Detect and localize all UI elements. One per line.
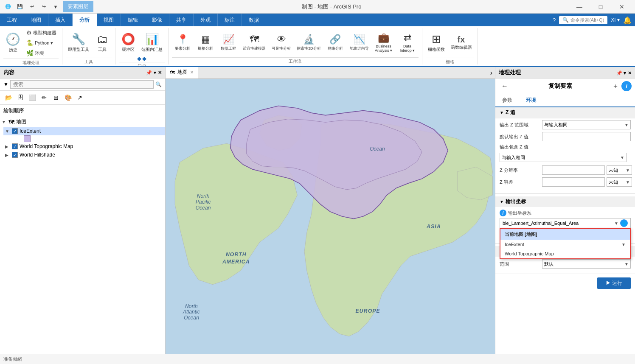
- coord-option-current-map[interactable]: 当前地图 [地图]: [500, 229, 630, 240]
- toolbox-button[interactable]: 🗂 工具: [93, 28, 112, 57]
- ice-extent-checkbox[interactable]: ✓: [12, 128, 18, 134]
- visibility-analysis-button[interactable]: 👁 可见性分析: [270, 28, 293, 56]
- geostat-wizard-button[interactable]: 📉 地统计向导: [348, 28, 371, 56]
- z-tolerance-input[interactable]: [542, 177, 605, 187]
- coord-option-world-topo[interactable]: World Topographic Map: [500, 249, 630, 258]
- output-z-select[interactable]: 与输入相同 ▼: [500, 153, 627, 162]
- map-tab-close[interactable]: ✕: [190, 70, 194, 75]
- data-interop-button[interactable]: ⇄ DataInterop ▾: [396, 28, 419, 56]
- coord-toggle-icon[interactable]: ▼: [500, 199, 504, 204]
- title-center: 制图 - 地图 - ArcGIS Pro: [302, 3, 362, 11]
- raster-functions-label: 栅格函数: [428, 47, 445, 53]
- z-resolution-input[interactable]: [542, 165, 605, 175]
- tab-data[interactable]: 数据: [242, 14, 266, 26]
- range-select[interactable]: 默认 ▼: [542, 259, 631, 269]
- map-canvas[interactable]: North Pacific Ocean Ocean NORTH AMERICA …: [166, 79, 495, 354]
- quick-tools-button[interactable]: 🔧 即用型工具: [66, 28, 91, 57]
- tab-insert[interactable]: 插入: [48, 14, 73, 26]
- network-analysis-button[interactable]: 🔗 网络分析: [325, 28, 346, 56]
- z-toggle-icon[interactable]: ▼: [500, 110, 504, 115]
- add-layer-icon[interactable]: 📂: [3, 92, 14, 103]
- exploratory-3d-button[interactable]: 🔬 探索性3D分析: [295, 28, 323, 56]
- gp-back-button[interactable]: ←: [499, 80, 511, 92]
- default-z-input[interactable]: [542, 132, 631, 141]
- raster-functions-icon: ⊞: [432, 33, 441, 46]
- status-bar: 准备就绪: [0, 354, 635, 364]
- z-tolerance-select[interactable]: 未知 ▼: [607, 177, 632, 187]
- business-analysis-button[interactable]: 💼 BusinessAnalysis ▾: [373, 28, 395, 56]
- raster-functions-button[interactable]: ⊞ 栅格函数: [426, 28, 447, 57]
- gp-menu-icon[interactable]: ▾: [624, 70, 626, 76]
- range-label: 范围: [500, 261, 542, 267]
- model-builder-button[interactable]: ⚙ 模型构建器: [24, 28, 59, 37]
- tab-project[interactable]: 工程: [0, 14, 24, 26]
- gp-close-icon[interactable]: ✕: [628, 70, 632, 76]
- workflow-label: 工作流: [172, 57, 419, 64]
- world-hillshade-tree-item[interactable]: ▶ ✓ World Hillshade: [3, 151, 165, 159]
- function-editor-button[interactable]: fx 函数编辑器: [449, 28, 474, 57]
- buffer-button[interactable]: ⭕ 缓冲区: [119, 28, 138, 57]
- draw-icon[interactable]: ✏: [39, 92, 49, 103]
- tab-analysis[interactable]: 分析: [73, 14, 97, 26]
- map-tab[interactable]: 🗺 地图 ✕: [166, 67, 198, 78]
- map-scroll-right[interactable]: ›: [488, 67, 495, 78]
- coord-option-ice-extent[interactable]: IceExtent ▼: [500, 240, 630, 249]
- select-icon[interactable]: ↗: [75, 92, 85, 103]
- coord-dropdown-right: ▼ 🌐: [614, 219, 628, 227]
- symbol-icon[interactable]: 🎨: [63, 92, 73, 103]
- save-icon[interactable]: 💾: [15, 2, 25, 11]
- z-section-content: 输出 Z 范围域 与输入相同 ▼ 默认输出 Z 值 输出包含 Z 值: [495, 118, 635, 191]
- panel-close-icon[interactable]: ✕: [158, 70, 162, 76]
- run-button[interactable]: ▶ 运行: [597, 277, 631, 289]
- gp-help-button[interactable]: i: [621, 81, 632, 91]
- world-hillshade-checkbox[interactable]: ✓: [12, 152, 18, 158]
- gp-tab-environment[interactable]: 环境: [519, 94, 543, 107]
- gp-add-button[interactable]: ＋: [610, 80, 621, 92]
- environment-button[interactable]: 🌿 环境: [24, 48, 59, 58]
- tab-appearance[interactable]: 外观: [194, 14, 218, 26]
- data-engineering-button[interactable]: 📈 数据工程: [218, 28, 239, 56]
- tab-label[interactable]: 标注: [218, 14, 242, 26]
- filter-icon: ▼: [3, 81, 8, 87]
- tab-map[interactable]: 地图: [24, 14, 48, 26]
- summarize-button[interactable]: 📊 范围内汇总: [139, 28, 165, 57]
- search-icon: 🔍: [562, 17, 569, 23]
- geoprocessing-label: 地理处理: [3, 59, 59, 66]
- close-button[interactable]: ✕: [612, 0, 632, 14]
- bell-icon[interactable]: 🔔: [623, 16, 632, 24]
- feature-layer-tab[interactable]: 要素图层: [63, 1, 93, 12]
- gp-pin-icon[interactable]: 📌: [616, 70, 622, 76]
- search-input[interactable]: [10, 80, 154, 89]
- tab-imagery[interactable]: 影像: [145, 14, 169, 26]
- redo-icon[interactable]: ↪: [39, 2, 48, 11]
- search-submit-icon[interactable]: 🔍: [155, 81, 162, 87]
- search-bar-ribbon[interactable]: 🔍 命令搜索(Alt+Q): [559, 16, 607, 24]
- map-tree-item[interactable]: ▼ 🗺 地图: [0, 117, 165, 127]
- ice-extent-tree-item[interactable]: ▼ ✓ IceExtent: [3, 127, 165, 135]
- coord-dropdown-button[interactable]: ble_Lambert_Azimuthal_Equal_Area ▼ 🌐: [500, 218, 631, 228]
- tab-view[interactable]: 视图: [97, 14, 121, 26]
- z-resolution-select[interactable]: 未知 ▼: [607, 165, 632, 175]
- z-range-select[interactable]: 与输入相同 ▼: [542, 120, 631, 129]
- database-icon[interactable]: 🗄: [15, 92, 25, 103]
- user-label[interactable]: XI ▾: [611, 17, 620, 23]
- undo-icon[interactable]: ↩: [27, 2, 37, 11]
- minimize-button[interactable]: —: [570, 0, 589, 14]
- gp-tab-params[interactable]: 参数: [495, 94, 519, 106]
- python-button[interactable]: 🐍 Python ▾: [24, 38, 59, 48]
- history-button[interactable]: 🕐 历史: [3, 28, 22, 57]
- raster-analysis-button[interactable]: ▦ 栅格分析: [195, 28, 216, 56]
- tab-edit[interactable]: 编辑: [121, 14, 145, 26]
- pin-icon[interactable]: 📌: [146, 70, 152, 76]
- tab-share[interactable]: 共享: [169, 14, 194, 26]
- maximize-button[interactable]: □: [591, 0, 610, 14]
- world-topo-checkbox[interactable]: ✓: [12, 143, 18, 149]
- coord-section-header: ▼ 输出坐标: [495, 196, 635, 207]
- feature-analysis-button[interactable]: 📍 要素分析: [172, 28, 193, 56]
- customize-icon[interactable]: ▼: [51, 2, 60, 11]
- world-topo-tree-item[interactable]: ▶ ✓ World Topographic Map: [3, 142, 165, 151]
- filter-icon2[interactable]: ⬜: [27, 92, 37, 103]
- table-icon[interactable]: ⊞: [51, 92, 61, 103]
- suitability-modeler-button[interactable]: 🗺 适宜性建模器: [241, 28, 268, 56]
- panel-menu-icon[interactable]: ▾: [154, 70, 156, 76]
